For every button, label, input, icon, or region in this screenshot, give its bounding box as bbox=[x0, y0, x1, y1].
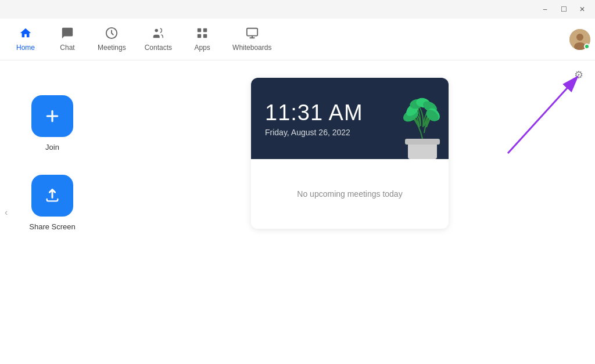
nav-item-contacts[interactable]: Contacts bbox=[135, 22, 181, 56]
apps-icon bbox=[196, 27, 209, 41]
meetings-icon bbox=[105, 27, 118, 41]
svg-rect-2 bbox=[198, 28, 201, 32]
join-label: Join bbox=[45, 143, 59, 152]
collapse-sidebar-button[interactable]: ‹ bbox=[5, 207, 8, 218]
nav-label-apps: Apps bbox=[194, 44, 210, 52]
navigation-bar: Home Chat Meetings Contacts bbox=[0, 19, 595, 60]
settings-icon[interactable]: ⚙ bbox=[574, 69, 587, 81]
settings-area: ⚙ bbox=[549, 60, 595, 107]
nav-item-meetings[interactable]: Meetings bbox=[88, 22, 135, 56]
close-button[interactable]: ✕ bbox=[574, 3, 590, 15]
svg-rect-3 bbox=[203, 28, 207, 32]
minimize-button[interactable]: – bbox=[537, 3, 553, 15]
center-content: 11:31 AM Friday, August 26, 2022 bbox=[105, 60, 595, 364]
nav-item-home[interactable]: Home bbox=[5, 22, 46, 56]
plant-decoration bbox=[390, 87, 449, 159]
svg-rect-4 bbox=[198, 34, 201, 38]
share-screen-action[interactable]: Share Screen bbox=[29, 175, 76, 231]
chat-icon bbox=[61, 27, 74, 41]
left-sidebar: ‹ Join Share Screen bbox=[0, 60, 105, 364]
avatar-status-indicator bbox=[584, 44, 590, 49]
join-action[interactable]: Join bbox=[31, 95, 73, 152]
svg-rect-6 bbox=[247, 28, 257, 36]
no-meetings-text: No upcoming meetings today bbox=[297, 189, 402, 199]
nav-label-chat: Chat bbox=[60, 44, 74, 52]
widget-header: 11:31 AM Friday, August 26, 2022 bbox=[251, 78, 449, 159]
whiteboards-icon bbox=[246, 27, 259, 41]
nav-right bbox=[569, 29, 590, 50]
share-screen-button[interactable] bbox=[31, 175, 73, 217]
maximize-button[interactable]: ☐ bbox=[555, 3, 572, 15]
share-screen-label: Share Screen bbox=[29, 222, 76, 231]
nav-item-whiteboards[interactable]: Whiteboards bbox=[223, 22, 281, 56]
nav-label-contacts: Contacts bbox=[145, 44, 172, 52]
nav-item-chat[interactable]: Chat bbox=[46, 22, 88, 56]
title-bar: – ☐ ✕ bbox=[0, 0, 595, 19]
join-button[interactable] bbox=[31, 95, 73, 137]
meeting-widget: 11:31 AM Friday, August 26, 2022 bbox=[251, 78, 449, 229]
nav-label-home: Home bbox=[16, 44, 35, 52]
widget-body: No upcoming meetings today bbox=[251, 159, 449, 229]
avatar[interactable] bbox=[569, 29, 590, 50]
main-content: ‹ Join Share Screen 11:31 AM Fr bbox=[0, 60, 595, 364]
svg-point-1 bbox=[155, 29, 159, 33]
home-icon bbox=[19, 27, 32, 41]
svg-rect-11 bbox=[405, 139, 440, 145]
contacts-icon bbox=[152, 27, 164, 41]
svg-rect-5 bbox=[203, 34, 207, 38]
nav-label-whiteboards: Whiteboards bbox=[232, 44, 271, 52]
nav-item-apps[interactable]: Apps bbox=[181, 22, 223, 56]
svg-point-8 bbox=[576, 34, 583, 41]
nav-label-meetings: Meetings bbox=[98, 44, 126, 52]
